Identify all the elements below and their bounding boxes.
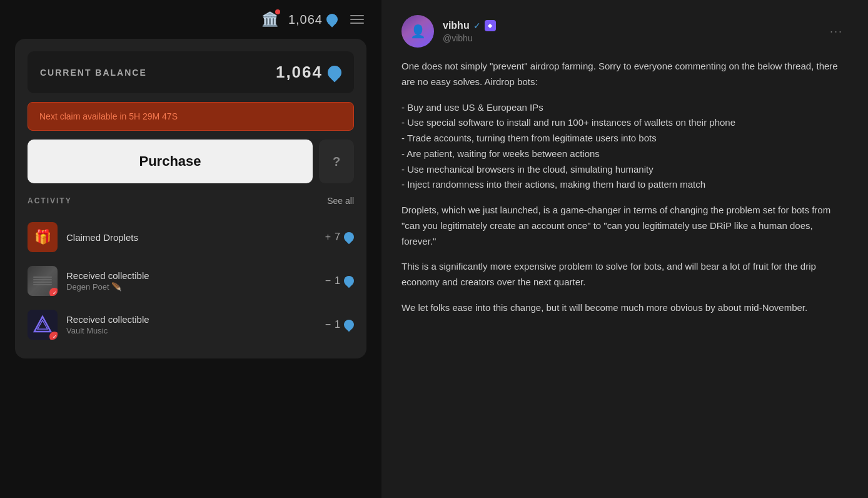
balance-label: CURRENT BALANCE xyxy=(40,68,147,78)
degen-line-4 xyxy=(33,284,52,285)
drop-icon-small xyxy=(324,11,340,27)
tweet-header: 👤 vibhu ✓ ◆ @vibhu ··· xyxy=(401,15,848,48)
see-all-link[interactable]: See all xyxy=(327,196,354,206)
activity-section-label: ACTIVITY xyxy=(28,196,72,205)
hamburger-menu[interactable] xyxy=(348,13,366,26)
main-card: CURRENT BALANCE 1,064 Next claim availab… xyxy=(15,39,366,358)
top-balance-value: 1,064 xyxy=(288,13,323,27)
current-balance-box: CURRENT BALANCE 1,064 xyxy=(28,51,354,93)
top-balance-display: 1,064 xyxy=(288,13,338,27)
tweet-body: One does not simply "prevent" airdrop fa… xyxy=(401,59,848,316)
activity-sub-degen: Degen Poet 🪶 xyxy=(66,282,316,292)
activity-amount-vault: − 1 xyxy=(325,319,354,330)
activity-item-degen: ✓ Received collectible Degen Poet 🪶 − 1 xyxy=(28,260,354,302)
verified-badge-degen: ✓ xyxy=(49,288,58,296)
activity-title-degen: Received collectible xyxy=(66,270,316,281)
activity-thumb-degen: ✓ xyxy=(28,266,58,296)
hamburger-line-1 xyxy=(350,15,364,16)
user-handle: @vibhu xyxy=(443,33,496,43)
degen-line-2 xyxy=(33,279,52,280)
tweet-paragraph-3: Droplets, which we just launched, is a g… xyxy=(401,203,848,249)
activity-sub-vault: Vault Music xyxy=(66,326,316,335)
activity-thumb-gift: 🎁 xyxy=(28,222,58,252)
wallet-icon: 🏛️ xyxy=(261,11,278,28)
amount-sign-degen: − xyxy=(325,275,331,287)
tweet-paragraph-5: We let folks ease into this change, but … xyxy=(401,300,848,316)
right-panel: 👤 vibhu ✓ ◆ @vibhu ··· One does not simp… xyxy=(381,0,868,498)
activity-info-degen: Received collectible Degen Poet 🪶 xyxy=(66,270,316,292)
activity-info-claimed: Claimed Droplets xyxy=(66,232,316,243)
hamburger-line-2 xyxy=(350,19,364,20)
drop-icon-xs-1 xyxy=(342,230,356,245)
amount-value-vault: 1 xyxy=(335,319,340,330)
balance-value: 1,064 xyxy=(276,63,323,82)
claim-banner-text: Next claim available in 5H 29M 47S xyxy=(39,111,178,121)
more-options-button[interactable]: ··· xyxy=(825,23,848,41)
purchase-button[interactable]: Purchase xyxy=(28,140,313,183)
amount-value-claimed: 7 xyxy=(335,231,340,243)
help-button[interactable]: ? xyxy=(319,140,354,183)
activity-thumb-vault: ✓ xyxy=(28,310,58,340)
degen-line-1 xyxy=(33,277,52,278)
tweet-paragraph-4: This is a significantly more expensive p… xyxy=(401,259,848,290)
hamburger-line-3 xyxy=(350,23,364,24)
activity-amount-degen: − 1 xyxy=(325,275,354,287)
amount-sign-claimed: + xyxy=(325,231,331,243)
amount-value-degen: 1 xyxy=(335,275,340,287)
tweet-paragraph-1: One does not simply "prevent" airdrop fa… xyxy=(401,59,848,90)
vault-logo-svg xyxy=(33,315,52,334)
degen-line-3 xyxy=(33,282,52,283)
drop-icon-xs-2 xyxy=(342,274,356,288)
user-name-row: vibhu ✓ ◆ xyxy=(443,20,496,31)
left-panel: 🏛️ 1,064 CURRENT BALANCE 1,064 Next clai… xyxy=(0,0,381,498)
avatar: 👤 xyxy=(401,15,434,48)
activity-info-vault: Received collectible Vault Music xyxy=(66,314,316,335)
drip-badge: ◆ xyxy=(485,20,496,31)
claim-banner: Next claim available in 5H 29M 47S xyxy=(28,102,354,131)
verified-badge-vault: ✓ xyxy=(49,332,58,340)
degen-lines xyxy=(33,277,52,285)
user-name: vibhu xyxy=(443,20,470,31)
amount-sign-vault: − xyxy=(325,319,331,330)
tweet-user: 👤 vibhu ✓ ◆ @vibhu xyxy=(401,15,496,48)
activity-title-claimed: Claimed Droplets xyxy=(66,232,316,243)
top-bar: 🏛️ 1,064 xyxy=(0,0,381,39)
verified-check-icon: ✓ xyxy=(473,21,481,31)
avatar-image: 👤 xyxy=(401,15,434,48)
wallet-notification-dot xyxy=(275,9,280,14)
activity-header: ACTIVITY See all xyxy=(28,196,354,206)
tweet-paragraph-2: - Buy and use US & European IPs - Use sp… xyxy=(401,100,848,193)
activity-list: 🎁 Claimed Droplets + 7 xyxy=(28,216,354,346)
drop-icon-xs-3 xyxy=(342,318,356,332)
drop-icon-medium xyxy=(325,63,344,82)
activity-item-vault: ✓ Received collectible Vault Music − 1 xyxy=(28,303,354,346)
activity-item-claimed: 🎁 Claimed Droplets + 7 xyxy=(28,216,354,258)
activity-title-vault: Received collectible xyxy=(66,314,316,325)
action-row: Purchase ? xyxy=(28,140,354,183)
balance-amount: 1,064 xyxy=(276,63,341,82)
activity-amount-claimed: + 7 xyxy=(325,231,354,243)
user-info: vibhu ✓ ◆ @vibhu xyxy=(443,20,496,43)
